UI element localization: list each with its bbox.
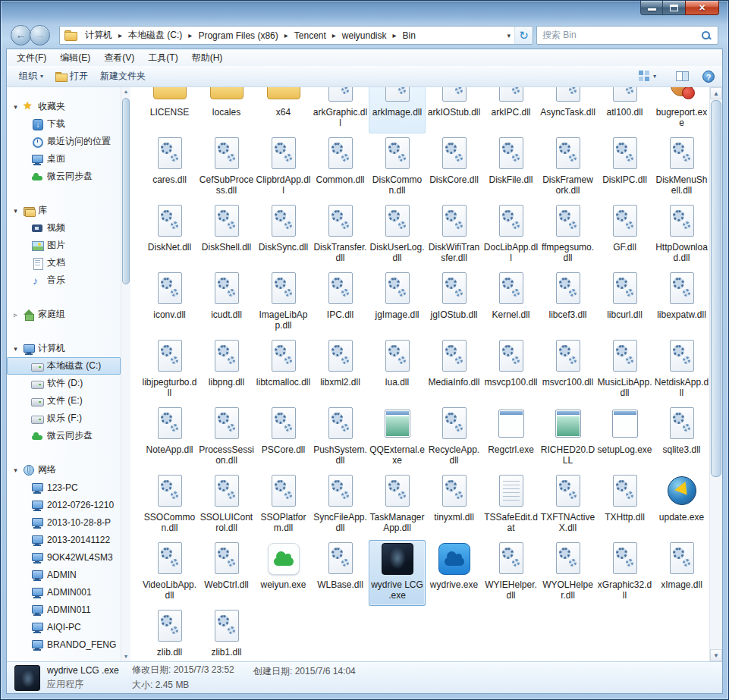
file-tile[interactable]: libtcmalloc.dll (255, 337, 312, 403)
search-input[interactable]: 搜索 Bin (536, 26, 718, 45)
file-tile[interactable]: locales (198, 87, 255, 133)
sidebar-item[interactable]: 软件 (D:) (7, 375, 121, 392)
file-tile[interactable]: xImage.dll (653, 540, 709, 606)
file-tile[interactable]: DiskUserLog.dll (369, 202, 426, 268)
file-tile[interactable]: xGraphic32.dll (596, 540, 653, 606)
file-tile[interactable]: sqlite3.dll (653, 405, 709, 471)
maximize-button[interactable] (663, 1, 685, 15)
file-tile[interactable]: DiskWifiTransfer.dll (426, 202, 482, 268)
file-list-scrollbar[interactable]: ▲ ▼ (709, 87, 722, 661)
file-tile[interactable]: jgIOStub.dll (426, 270, 482, 336)
sidebar-item[interactable]: 桌面 (7, 150, 121, 168)
minimize-button[interactable] (640, 1, 663, 15)
file-tile[interactable]: DocLibApp.dll (482, 202, 539, 268)
file-tile[interactable]: tinyxml.dll (426, 472, 482, 538)
file-tile[interactable]: libpng.dll (198, 337, 255, 403)
file-tile[interactable]: ffmpegsumo.dll (539, 202, 596, 268)
file-tile[interactable]: TXHttp.dll (596, 472, 653, 538)
file-tile[interactable]: QQExternal.exe (369, 405, 426, 471)
file-tile[interactable]: NetdiskApp.dll (653, 337, 709, 403)
sidebar-item[interactable]: 123-PC (7, 479, 121, 496)
sidebar-item[interactable]: 最近访问的位置 (7, 133, 121, 150)
forward-button[interactable]: → (30, 25, 50, 46)
file-tile[interactable]: TXFTNActiveX.dll (539, 472, 596, 538)
file-tile[interactable]: arkImage.dll (369, 87, 426, 133)
file-tile[interactable]: TaskManagerApp.dll (369, 472, 426, 538)
breadcrumb-item[interactable]: 计算机 (80, 27, 118, 44)
expander-icon[interactable]: ▾ (11, 207, 20, 215)
file-tile[interactable]: Common.dll (312, 135, 369, 201)
scroll-up-icon[interactable]: ▲ (710, 87, 722, 99)
file-tile[interactable]: msvcp100.dll (482, 337, 539, 403)
file-tile[interactable]: x64 (255, 87, 312, 133)
file-tile[interactable]: libcurl.dll (596, 270, 653, 336)
file-tile[interactable]: libjpegturbo.dll (141, 337, 198, 403)
menu-item-4[interactable]: 帮助(H) (185, 50, 230, 66)
breadcrumb[interactable]: 计算机▸本地磁盘 (C:)▸Program Files (x86)▸Tencen… (59, 26, 533, 45)
sidebar-section[interactable]: ▾库 (7, 202, 121, 219)
breadcrumb-item[interactable]: Tencent (289, 27, 332, 44)
sidebar-item[interactable]: ADMIN011 (7, 601, 121, 618)
sidebar-item[interactable]: 9OK42WL4SM3 (7, 548, 121, 566)
file-tile[interactable]: libexpatw.dll (653, 270, 709, 336)
expander-icon[interactable]: ▾ (11, 103, 20, 111)
sidebar-item[interactable]: ADMIN (7, 566, 121, 583)
file-tile[interactable]: SSOCommon.dll (141, 472, 198, 538)
file-tile[interactable]: lua.dll (369, 337, 426, 403)
file-tile[interactable]: WebCtrl.dll (198, 540, 255, 606)
file-tile[interactable]: SSOPlatform.dll (255, 472, 312, 538)
file-tile[interactable]: MusicLibApp.dll (596, 337, 653, 403)
file-tile[interactable]: wydrive.exe (426, 540, 482, 606)
scroll-down-icon[interactable]: ▼ (121, 652, 130, 661)
sidebar-section[interactable]: ▹家庭组 (7, 306, 121, 323)
breadcrumb-item[interactable]: Program Files (x86) (193, 27, 283, 44)
sidebar-item[interactable]: 图片 (7, 237, 121, 254)
file-tile[interactable]: iconv.dll (141, 270, 198, 336)
sidebar-item[interactable]: 视频 (7, 219, 121, 237)
file-tile[interactable]: CefSubProcess.dll (198, 135, 255, 201)
search-icon[interactable] (701, 30, 712, 41)
file-tile[interactable]: arkIPC.dll (482, 87, 539, 133)
sidebar-item[interactable]: 2013-10-28-8-P (7, 513, 121, 531)
file-list-area[interactable]: LICENSElocalesx64arkGraphic.dllarkImage.… (130, 87, 722, 661)
file-tile[interactable]: DiskFramework.dll (539, 135, 596, 201)
file-tile[interactable]: cares.dll (141, 135, 198, 201)
file-tile[interactable]: zlib.dll (141, 607, 198, 661)
sidebar-item[interactable]: AIQI-PC (7, 618, 121, 636)
sidebar-item[interactable]: 微云同步盘 (7, 427, 121, 444)
menu-item-3[interactable]: 工具(T) (141, 50, 184, 66)
sidebar-section[interactable]: ▾网络 (7, 461, 121, 479)
change-view-button[interactable]: ▾ (633, 67, 662, 85)
expander-icon[interactable]: ▾ (11, 345, 20, 353)
preview-pane-button[interactable] (670, 68, 695, 84)
sidebar-item[interactable]: 下载 (7, 115, 121, 133)
sidebar-section[interactable]: ▾收藏夹 (7, 98, 121, 115)
sidebar-item[interactable]: 娱乐 (F:) (7, 410, 121, 427)
sidebar-item[interactable]: 文档 (7, 254, 121, 272)
file-list-scrollbar-thumb[interactable] (711, 100, 721, 477)
sidebar-item[interactable]: 2012-0726-1210 (7, 496, 121, 513)
file-tile[interactable]: MediaInfo.dll (426, 337, 482, 403)
file-tile[interactable]: icudt.dll (198, 270, 255, 336)
back-button[interactable]: ← (11, 25, 31, 46)
sidebar-section[interactable]: ▾计算机 (7, 340, 121, 357)
file-tile[interactable]: DiskNet.dll (141, 202, 198, 268)
expander-icon[interactable]: ▹ (11, 311, 20, 319)
file-tile[interactable]: jgImage.dll (369, 270, 426, 336)
file-tile[interactable]: arkGraphic.dll (312, 87, 369, 133)
file-tile[interactable]: SyncFileApp.dll (312, 472, 369, 538)
file-tile[interactable]: ProcessSession.dll (198, 405, 255, 471)
file-tile[interactable]: HttpDownload.dll (653, 202, 709, 268)
file-tile[interactable]: DiskFile.dll (482, 135, 539, 201)
file-tile[interactable]: PSCore.dll (255, 405, 312, 471)
file-tile[interactable]: setupLog.exe (596, 405, 653, 471)
file-tile[interactable]: GF.dll (596, 202, 653, 268)
file-tile[interactable]: wydrive LCG .exe (369, 540, 426, 606)
breadcrumb-item[interactable]: weiyundisk (337, 27, 392, 44)
file-tile[interactable]: DiskCommon.dll (369, 135, 426, 201)
file-tile[interactable]: atl100.dll (596, 87, 653, 133)
sidebar-item[interactable]: 文件 (E:) (7, 392, 121, 410)
breadcrumb-item[interactable]: 本地磁盘 (C:) (123, 27, 187, 44)
file-tile[interactable]: IPC.dll (312, 270, 369, 336)
file-tile[interactable]: update.exe (653, 472, 709, 538)
